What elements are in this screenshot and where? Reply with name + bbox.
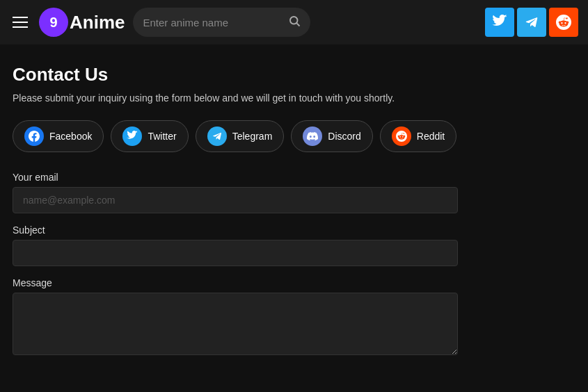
twitter-link[interactable]: Twitter [111, 120, 188, 152]
discord-icon [303, 126, 322, 146]
telegram-link[interactable]: Telegram [196, 120, 285, 152]
logo-icon: 9 [39, 8, 68, 37]
logo[interactable]: 9 Anime [39, 8, 125, 37]
message-group: Message [13, 277, 575, 355]
subject-label: Subject [13, 224, 575, 236]
subject-field[interactable] [13, 240, 458, 266]
hamburger-menu[interactable] [10, 14, 31, 31]
message-field[interactable] [13, 293, 458, 355]
telegram-label: Telegram [232, 131, 273, 142]
page-subtitle: Please submit your inquiry using the for… [13, 92, 575, 104]
svg-point-0 [290, 17, 298, 24]
reddit-link[interactable]: Reddit [380, 120, 456, 152]
search-input[interactable] [143, 17, 288, 28]
header-telegram-button[interactable] [517, 8, 546, 37]
email-field[interactable] [13, 187, 458, 213]
main-content: Contact Us Please submit your inquiry us… [0, 44, 588, 380]
search-bar [133, 8, 310, 37]
telegram-icon [207, 126, 227, 146]
discord-label: Discord [328, 131, 360, 142]
discord-link[interactable]: Discord [291, 120, 372, 152]
header-reddit-button[interactable] [549, 8, 578, 37]
reddit-label: Reddit [417, 131, 445, 142]
search-button[interactable] [288, 15, 301, 30]
message-label: Message [13, 277, 575, 288]
twitter-icon [122, 126, 142, 146]
facebook-label: Facebook [49, 131, 92, 142]
social-links-row: Facebook Twitter Telegram Discord Reddit [13, 120, 575, 152]
facebook-icon [24, 126, 44, 146]
header-social-icons [485, 8, 578, 37]
subject-group: Subject [13, 224, 575, 266]
email-label: Your email [13, 172, 575, 183]
email-group: Your email [13, 172, 575, 213]
svg-line-1 [297, 23, 300, 26]
page-title: Contact Us [13, 64, 575, 85]
twitter-label: Twitter [148, 131, 176, 142]
logo-text: Anime [70, 12, 125, 33]
header-twitter-button[interactable] [485, 8, 514, 37]
facebook-link[interactable]: Facebook [13, 120, 104, 152]
header: 9 Anime [0, 0, 588, 44]
reddit-icon [392, 126, 411, 146]
